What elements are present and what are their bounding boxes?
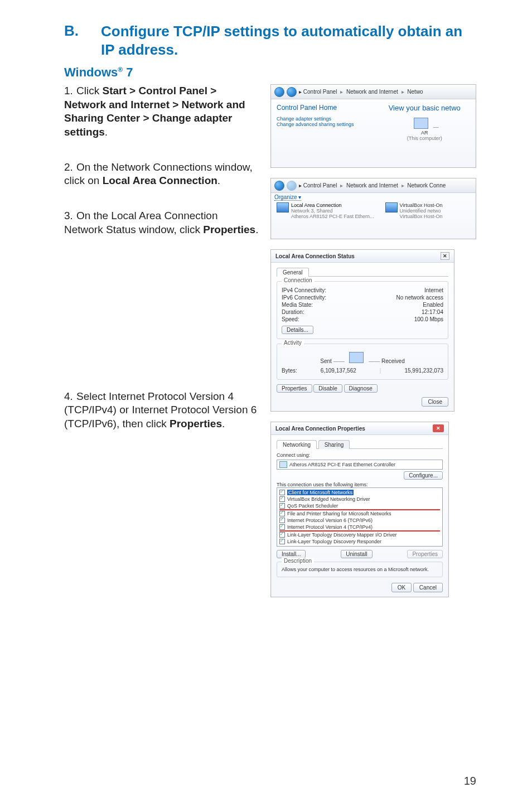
step-2-num: 2. xyxy=(64,161,76,175)
chk-8[interactable] xyxy=(279,539,285,544)
items-listbox[interactable]: Client for Microsoft Networks VirtualBox… xyxy=(277,487,443,547)
step-3-post: . xyxy=(255,224,258,235)
back-button-2[interactable] xyxy=(274,181,284,191)
vb-title[interactable]: VirtualBox Host-On xyxy=(400,202,443,208)
install-button[interactable]: Install... xyxy=(277,550,306,558)
vb-sub1: Unidentified netwo xyxy=(400,208,443,214)
step-4-num: 4. xyxy=(64,390,76,404)
step-1-num: 1. xyxy=(64,84,76,98)
organize-menu[interactable]: Organize ▾ xyxy=(274,194,301,201)
forward-button-2[interactable] xyxy=(287,181,297,191)
step-3: 3.On the Local Area Connection Network S… xyxy=(64,209,259,236)
lac-status-title: Local Area Connection Status xyxy=(275,253,355,259)
general-tab[interactable]: General xyxy=(277,268,309,277)
change-adapter-link[interactable]: Change adapter settings xyxy=(277,116,368,122)
crumb-1[interactable]: Control Panel xyxy=(303,89,337,95)
item-vb[interactable]: VirtualBox Bridged Networking Driver xyxy=(287,496,370,502)
cancel-button[interactable]: Cancel xyxy=(413,583,443,592)
chk-6[interactable] xyxy=(279,524,285,530)
item-file[interactable]: File and Printer Sharing for Microsoft N… xyxy=(287,511,391,516)
description-text: Allows your computer to access resources… xyxy=(282,567,438,572)
uses-label: This connection uses the following items… xyxy=(277,482,443,487)
sharing-tab[interactable]: Sharing xyxy=(318,440,350,449)
chk-5[interactable] xyxy=(279,518,285,523)
chk-7[interactable] xyxy=(279,532,285,538)
this-computer-label: (This computer) xyxy=(379,136,471,141)
nav-bar: ▸ Control Panel ▸ Network and Internet ▸… xyxy=(271,85,476,99)
properties-button[interactable]: Properties xyxy=(277,384,312,393)
crumb-2[interactable]: Network and Internet xyxy=(346,89,398,95)
crumb2-1[interactable]: Control Panel xyxy=(303,182,337,189)
duration-label: Duration: xyxy=(282,309,304,315)
ipv4-label: IPv4 Connectivity: xyxy=(282,287,326,293)
item-client[interactable]: Client for Microsoft Networks xyxy=(287,490,354,495)
adapter-name: Atheros AR8152 PCI-E Fast Ethernet Contr… xyxy=(289,462,395,467)
activity-group: Activity Sent —— —— Received Bytes: 6,10… xyxy=(277,344,448,380)
back-button[interactable] xyxy=(274,87,284,97)
step-3-pre: On the Local Area Connection Network Sta… xyxy=(64,210,218,235)
networking-tab[interactable]: Networking xyxy=(277,440,317,449)
activity-icon xyxy=(349,352,364,363)
subhead-suffix: 7 xyxy=(123,65,133,79)
crumb-3[interactable]: Netwo xyxy=(407,89,423,95)
subhead-prefix: Windows xyxy=(64,65,118,79)
activity-legend: Activity xyxy=(282,340,304,346)
item-ipv6[interactable]: Internet Protocol Version 6 (TCP/IPv6) xyxy=(287,518,373,523)
step-1-post: . xyxy=(105,126,108,138)
configure-button[interactable]: Configure... xyxy=(404,471,443,480)
lac-sub1: Network 3, Shared xyxy=(291,208,374,214)
crumb2-2[interactable]: Network and Internet xyxy=(346,182,398,189)
screenshot-control-panel: ▸ Control Panel ▸ Network and Internet ▸… xyxy=(270,84,476,168)
item-lldr[interactable]: Link-Layer Topology Discovery Responder xyxy=(287,539,381,544)
chk-3[interactable] xyxy=(279,503,285,509)
ok-button[interactable]: OK xyxy=(391,583,412,592)
step-2-bold: Local Area Connection xyxy=(103,175,217,186)
breadcrumb[interactable]: ▸ Control Panel ▸ Network and Internet ▸… xyxy=(299,89,423,95)
adapter-icon xyxy=(279,461,287,468)
breadcrumb-2[interactable]: ▸ Control Panel ▸ Network and Internet ▸… xyxy=(299,182,446,189)
lac-icon xyxy=(277,202,289,212)
computer-icon xyxy=(414,118,428,129)
page-number: 19 xyxy=(464,775,476,787)
speed-value: 100.0 Mbps xyxy=(414,316,443,322)
ipv6-value: No network access xyxy=(396,294,443,301)
step-1: 1.Click Start > Control Panel > Network … xyxy=(64,84,259,139)
section-label: B. xyxy=(64,22,101,59)
lac-title[interactable]: Local Area Connection xyxy=(291,202,374,208)
forward-button[interactable] xyxy=(287,87,297,97)
chk-2[interactable] xyxy=(279,496,285,502)
connect-using-label: Connect using: xyxy=(277,452,443,458)
item-properties-button[interactable]: Properties xyxy=(407,550,443,558)
crumb2-3[interactable]: Network Conne xyxy=(407,182,446,189)
vb-icon xyxy=(385,202,398,212)
item-ipv4[interactable]: Internet Protocol Version 4 (TCP/IPv4) xyxy=(287,524,373,530)
screenshot-lac-properties: Local Area Connection Properties ✕ Netwo… xyxy=(270,422,449,597)
step-4: 4.Select Internet Protocol Version 4 (TC… xyxy=(64,390,259,431)
item-qos[interactable]: QoS Packet Scheduler xyxy=(287,503,338,509)
sent-bytes: 6,109,137,562 xyxy=(321,368,356,374)
close-button-2[interactable]: ✕ xyxy=(433,424,444,432)
subhead-sup: ® xyxy=(118,66,123,74)
close-dialog-button[interactable]: Close xyxy=(422,397,448,407)
control-panel-home-link[interactable]: Control Panel Home xyxy=(277,104,368,112)
details-button[interactable]: Details... xyxy=(282,326,313,334)
section-text: Configure TCP/IP settings to automatical… xyxy=(101,22,476,59)
change-advanced-sharing-link[interactable]: Change advanced sharing settings xyxy=(277,122,368,127)
disable-button[interactable]: Disable xyxy=(313,384,342,393)
close-button[interactable]: ✕ xyxy=(441,252,449,260)
recv-bytes: 15,991,232,073 xyxy=(404,368,443,374)
lac-props-title: Local Area Connection Properties xyxy=(275,426,365,432)
chk-1[interactable] xyxy=(279,490,285,495)
vb-sub2: VirtualBox Host-On xyxy=(400,214,443,219)
uninstall-button[interactable]: Uninstall xyxy=(341,550,372,558)
received-label: Received xyxy=(381,358,405,364)
media-value: Enabled xyxy=(423,302,443,308)
nav-bar-2: ▸ Control Panel ▸ Network and Internet ▸… xyxy=(271,178,476,193)
item-lldm[interactable]: Link-Layer Topology Discovery Mapper I/O… xyxy=(287,532,396,538)
subheading: Windows® 7 xyxy=(64,65,476,80)
view-basic-link[interactable]: View your basic netwo xyxy=(379,104,471,112)
media-label: Media State: xyxy=(282,302,313,308)
step-4-pre: Select Internet Protocol Version 4 (TCP/… xyxy=(64,390,257,429)
chk-4[interactable] xyxy=(279,511,285,516)
diagnose-button[interactable]: Diagnose xyxy=(344,384,378,393)
